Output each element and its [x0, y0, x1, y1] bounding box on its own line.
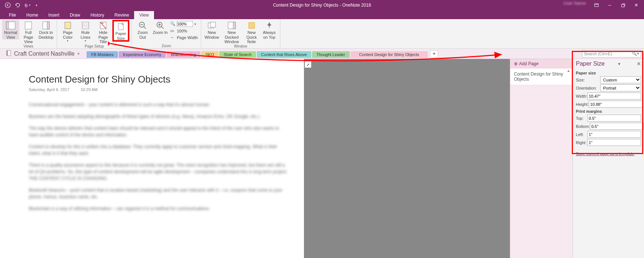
tab-file[interactable]: File — [4, 11, 21, 19]
new-quick-note-button[interactable]: New Quick Note — [243, 20, 260, 44]
page-width-icon: ↔ — [170, 35, 175, 40]
zoom-extra: 🔍▾ ▭100% ↔Page Width — [169, 20, 199, 41]
hide-title-icon — [98, 21, 109, 30]
svg-rect-1 — [595, 4, 598, 7]
panel-dropdown-icon[interactable]: ▼ — [617, 62, 621, 66]
dock-icon — [41, 21, 52, 30]
save-template-link[interactable]: Save current page as a template — [573, 151, 644, 156]
magnifier-icon: 🔍 — [170, 21, 175, 27]
dock-to-desktop-button[interactable]: Dock to Desktop — [38, 20, 55, 39]
zoom-100-button[interactable]: ▭100% — [169, 28, 199, 34]
svg-rect-3 — [622, 4, 624, 7]
section-tab[interactable]: Content Design for Shiny Objects — [350, 51, 428, 58]
zoom-combo[interactable]: 🔍▾ — [169, 21, 199, 27]
paper-size-section-label: Paper size — [576, 71, 641, 75]
margin-right-input[interactable] — [587, 139, 641, 146]
window-title: Content Design for Shiny Objects - OneNo… — [273, 3, 371, 8]
notebook-selector[interactable]: Craft Content Nashville ▼ — [3, 50, 83, 57]
page-color-button[interactable]: Page Color ▾ — [59, 20, 76, 42]
close-button[interactable]: ✕ — [630, 1, 643, 10]
back-button[interactable] — [4, 1, 12, 9]
tab-view[interactable]: View — [134, 11, 154, 19]
touch-mode-button[interactable]: ▾ — [23, 1, 31, 9]
orientation-select[interactable]: Portrait — [600, 84, 641, 91]
tab-history[interactable]: History — [85, 11, 109, 19]
quick-note-icon — [246, 21, 257, 30]
margin-left-input[interactable] — [587, 131, 641, 138]
height-input[interactable] — [589, 101, 643, 108]
tab-review[interactable]: Review — [109, 11, 134, 19]
new-window-button[interactable]: New Window — [203, 20, 220, 39]
normal-view-icon — [5, 21, 16, 30]
chevron-down-icon: ▼ — [77, 52, 80, 56]
page-width-button[interactable]: ↔Page Width — [169, 35, 199, 41]
pin-icon — [264, 21, 275, 30]
hide-page-title-button[interactable]: Hide Page Title — [95, 20, 112, 44]
notebook-icon — [6, 50, 12, 57]
window-controls: User Name ─ ✕ — [563, 1, 644, 10]
ribbon-group-zoom: Zoom Out Zoom In 🔍▾ ▭100% ↔Page Width Zo… — [132, 19, 201, 48]
svg-line-24 — [161, 27, 164, 29]
page-canvas[interactable]: Content Design for Shiny Objects Saturda… — [0, 59, 304, 258]
paper-size-button[interactable]: Paper Size — [112, 20, 129, 42]
section-tab[interactable]: State of Search — [219, 51, 256, 58]
section-tab[interactable]: SEO — [201, 51, 218, 58]
panel-close-button[interactable]: ✕ — [637, 61, 641, 67]
ribbon-display-button[interactable] — [590, 1, 603, 10]
page-title[interactable]: Content Design for Shiny Objects — [29, 74, 289, 85]
add-section-button[interactable]: + — [430, 50, 438, 57]
full-page-view-button[interactable]: Full Page View — [20, 20, 37, 44]
user-label: User Name — [563, 1, 586, 10]
tab-insert[interactable]: Insert — [43, 11, 64, 19]
zoom-in-button[interactable]: Zoom In — [152, 20, 169, 35]
print-margins-section-label: Print margins — [576, 109, 641, 114]
svg-rect-26 — [210, 22, 216, 27]
section-tab[interactable]: Thought Leader — [312, 51, 350, 58]
section-tab[interactable]: Content that Rises Above — [257, 51, 311, 58]
tab-home[interactable]: Home — [21, 11, 43, 19]
full-page-icon — [23, 21, 34, 30]
page-content-blurred: Conversational engagement – your content… — [29, 101, 289, 212]
svg-rect-9 — [65, 22, 71, 29]
page-time: 10:29 AM — [80, 87, 97, 92]
section-tab[interactable]: FB Mistakes — [87, 51, 118, 58]
new-window-icon — [206, 21, 217, 30]
paper-size-icon — [115, 22, 126, 31]
margin-bottom-input[interactable] — [590, 123, 644, 130]
undo-button[interactable] — [13, 1, 21, 9]
size-select[interactable]: Custom — [600, 76, 641, 83]
svg-rect-29 — [249, 22, 255, 28]
add-page-button[interactable]: ⊕ Add Page — [510, 59, 573, 69]
tab-draw[interactable]: Draw — [64, 11, 85, 19]
svg-rect-28 — [233, 22, 235, 29]
svg-point-0 — [5, 3, 10, 8]
maximize-button[interactable] — [617, 1, 629, 10]
page-list-item[interactable]: Content Design for Shiny Objects — [510, 69, 573, 85]
always-on-top-button[interactable]: Always on Top — [261, 20, 278, 39]
svg-line-20 — [144, 27, 146, 29]
search-input[interactable]: Search (Ctrl+E) 🔍▾ — [582, 50, 641, 57]
section-tabs: FB MistakesExperience EconomyBrainstormi… — [87, 50, 428, 58]
paper-panel-title: Paper Size — [576, 60, 605, 67]
section-tab[interactable]: Brainstorming — [167, 51, 200, 58]
expand-canvas-button[interactable]: ⤢ — [305, 61, 311, 68]
search-icon: 🔍▾ — [632, 51, 639, 56]
zoom-out-button[interactable]: Zoom Out — [134, 20, 151, 39]
ribbon: Normal View Full Page View Dock to Deskt… — [0, 19, 644, 49]
qat-customize[interactable]: ▾ — [32, 1, 41, 9]
scroll-up-arrow[interactable]: ▲ — [567, 69, 572, 74]
normal-view-button[interactable]: Normal View — [2, 20, 19, 39]
margin-top-input[interactable] — [587, 115, 641, 122]
canvas-wrap: Content Design for Shiny Objects Saturda… — [0, 59, 510, 258]
ribbon-group-window: New Window New Docked Window New Quick N… — [201, 19, 280, 48]
minimize-button[interactable]: ─ — [603, 1, 616, 10]
quick-access-toolbar: ▾ ▾ — [0, 1, 41, 9]
section-tab[interactable]: Experience Economy — [119, 51, 166, 58]
rule-lines-button[interactable]: Rule Lines ▾ — [77, 20, 94, 42]
new-docked-window-button[interactable]: New Docked Window — [221, 20, 242, 44]
svg-rect-6 — [25, 22, 32, 29]
zoom-out-icon — [137, 21, 148, 30]
title-bar: ▾ ▾ Content Design for Shiny Objects - O… — [0, 0, 644, 10]
page-100-icon: ▭ — [170, 28, 175, 34]
width-input[interactable] — [587, 93, 641, 100]
